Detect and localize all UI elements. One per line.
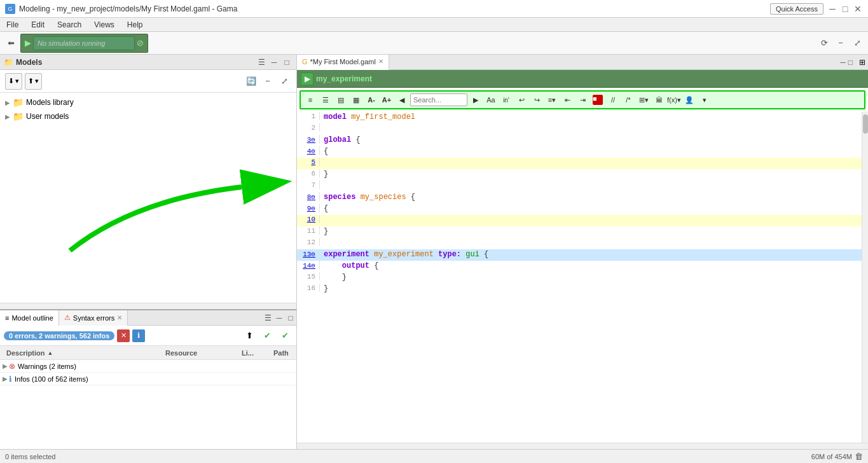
- font-smaller-btn[interactable]: A-: [364, 93, 378, 107]
- quick-access-button[interactable]: Quick Access: [770, 3, 823, 15]
- memory-icon[interactable]: 🗑: [855, 452, 863, 461]
- editor-tab-bar: G *My First Model.gaml ✕ ─ □ ⊞: [297, 55, 868, 70]
- indent-options-btn[interactable]: ≡▾: [545, 93, 559, 107]
- model-outline-icon: ≡: [5, 314, 9, 322]
- font-larger-btn[interactable]: A+: [380, 93, 394, 107]
- export-btn[interactable]: ⬆: [242, 328, 257, 343]
- tab-close-btn[interactable]: ✕: [378, 58, 383, 65]
- bottom-tab-bar: ≡ Model outline ⚠ Syntax errors ✕ ☰ ─ □: [0, 310, 296, 326]
- toolbar-navigate-btn[interactable]: ⬅: [4, 36, 18, 50]
- tree-item-label2: User models: [26, 112, 69, 121]
- comment-block-btn[interactable]: /*: [621, 93, 635, 107]
- user-icon-btn[interactable]: 👤: [682, 93, 696, 107]
- close-button[interactable]: ✕: [853, 4, 863, 14]
- upload-btn[interactable]: ⬆ ▾: [25, 73, 42, 90]
- tab-model-outline[interactable]: ≡ Model outline: [0, 310, 59, 326]
- red-icon: ■: [593, 95, 603, 105]
- editor-scrollbar-h[interactable]: [297, 443, 868, 449]
- tree-item-user-models[interactable]: ▶ 📁 User models: [3, 109, 294, 123]
- bottom-panel-menu-icon[interactable]: ☰: [262, 312, 273, 324]
- code-line-16: 16 }: [297, 284, 862, 295]
- whole-word-btn[interactable]: in': [499, 93, 513, 107]
- editor-scrollbar-v[interactable]: [862, 112, 868, 443]
- editor-extra-icon[interactable]: ⊞: [857, 58, 868, 67]
- bottom-panel-min-icon[interactable]: ─: [273, 312, 285, 324]
- menu-file[interactable]: File: [3, 19, 22, 31]
- tab-syntax-errors[interactable]: ⚠ Syntax errors ✕: [59, 310, 128, 326]
- red-marker-btn[interactable]: ■: [591, 93, 605, 107]
- upload-icon: ⬆: [28, 77, 34, 85]
- tab-minimize-icon[interactable]: ─: [840, 58, 846, 67]
- warnings-expand-icon: ▶: [3, 363, 8, 370]
- comment-line-btn[interactable]: //: [606, 93, 620, 107]
- list-btn1[interactable]: ≡: [303, 93, 317, 107]
- menu-bar: File Edit Search Views Help: [0, 18, 868, 32]
- editor-search-input[interactable]: [410, 93, 467, 106]
- expand-btn[interactable]: ⊞▾: [637, 93, 651, 107]
- list-btn3[interactable]: ▤: [334, 93, 348, 107]
- run-play-icon[interactable]: ▶: [25, 38, 31, 48]
- tree-item-models-library[interactable]: ▶ 📁 Models library: [3, 95, 294, 109]
- collapse-icon[interactable]: −: [261, 74, 275, 88]
- toolbar-btn3[interactable]: ⤢: [850, 36, 864, 50]
- run-clear-icon[interactable]: ⊘: [137, 38, 144, 48]
- minimize-button[interactable]: ─: [827, 4, 837, 14]
- menu-search[interactable]: Search: [53, 19, 85, 31]
- infos-label: Infos (100 of 562 items): [15, 375, 88, 383]
- code-line-3: 3⊖ global {: [297, 135, 862, 146]
- sort-icon[interactable]: ▲: [48, 350, 53, 356]
- models-tree[interactable]: ▶ 📁 Models library ▶ 📁 User models: [0, 93, 296, 303]
- panel-menu-icon[interactable]: ☰: [256, 57, 267, 68]
- panel-minimize-icon[interactable]: ─: [268, 57, 280, 68]
- code-line-5: 5: [297, 158, 862, 169]
- left-scroll-h[interactable]: [0, 303, 296, 309]
- menu-help[interactable]: Help: [123, 19, 147, 31]
- more-btn[interactable]: ▾: [698, 93, 712, 107]
- outdent-btn[interactable]: ⇤: [560, 93, 574, 107]
- run-experiment-btn[interactable]: ▶: [301, 73, 313, 85]
- main-toolbar: ⬅ ▶ ⊘ ⟳ − ⤢: [0, 32, 868, 55]
- indent-btn[interactable]: ⇥: [575, 93, 589, 107]
- redo-btn[interactable]: ↪: [530, 93, 544, 107]
- code-line-6: 6 }: [297, 169, 862, 181]
- tab-maximize-icon[interactable]: □: [848, 58, 853, 67]
- warnings-row[interactable]: ▶ ⊗ Warnings (2 items): [0, 360, 296, 373]
- col-description: Description ▲: [3, 349, 162, 357]
- info-filter-btn[interactable]: ℹ: [132, 329, 145, 342]
- code-editor[interactable]: 1 model my_first_model 2 3⊖ global { 4⊖ …: [297, 112, 862, 443]
- warnings-label: Warnings (2 items): [18, 363, 76, 370]
- tab-close-icon[interactable]: ✕: [117, 314, 122, 321]
- collapse-all-btn[interactable]: 🏛: [652, 93, 666, 107]
- simulation-input[interactable]: [33, 36, 135, 50]
- download-btn[interactable]: ⬇ ▾: [5, 73, 22, 90]
- menu-views[interactable]: Views: [90, 19, 118, 31]
- maximize-button[interactable]: □: [840, 4, 850, 14]
- list-btn4[interactable]: ▦: [349, 93, 363, 107]
- warnings-filter-btn[interactable]: ✕: [117, 329, 130, 342]
- status-bar: 0 items selected 60M of 454M 🗑: [0, 449, 868, 463]
- menu-edit[interactable]: Edit: [27, 19, 48, 31]
- models-folder-icon: 📁: [4, 58, 13, 67]
- filter-accept-btn[interactable]: ✔: [259, 328, 275, 343]
- case-btn[interactable]: Aa: [484, 93, 498, 107]
- col-path: Path: [270, 349, 294, 357]
- infos-row[interactable]: ▶ ℹ Infos (100 of 562 items): [0, 373, 296, 385]
- check-all-btn[interactable]: ✔: [277, 328, 293, 343]
- code-line-1: 1 model my_first_model: [297, 112, 862, 123]
- undo-btn[interactable]: ↩: [514, 93, 528, 107]
- expand-icon2: ▶: [5, 113, 10, 120]
- problems-table: ▶ ⊗ Warnings (2 items) ▶ ℹ Infos (100 of…: [0, 360, 296, 449]
- refresh-icon[interactable]: 🔄: [244, 74, 258, 88]
- function-btn[interactable]: f(x)▾: [667, 93, 681, 107]
- panel-maximize-icon[interactable]: □: [281, 57, 293, 68]
- list-btn2[interactable]: ☰: [319, 93, 333, 107]
- tab-bar-icons: ─ □: [840, 58, 857, 67]
- nav-prev-btn[interactable]: ◀: [395, 93, 409, 107]
- editor-tab-active[interactable]: G *My First Model.gaml ✕: [297, 55, 389, 70]
- models-panel-title: Models: [16, 58, 42, 67]
- toolbar-btn2[interactable]: −: [834, 36, 848, 50]
- toolbar-btn1[interactable]: ⟳: [817, 36, 831, 50]
- nav-next-btn[interactable]: ▶: [469, 93, 483, 107]
- bottom-panel-max-icon[interactable]: □: [285, 312, 296, 324]
- link-icon[interactable]: ⤢: [277, 74, 291, 88]
